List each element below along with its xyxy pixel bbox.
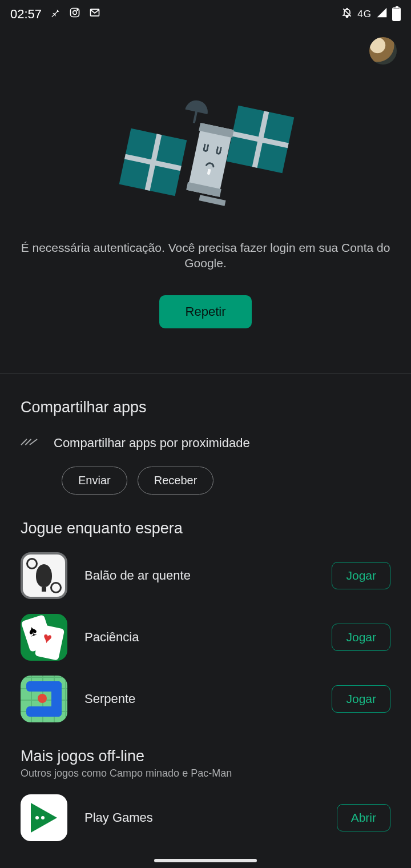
notifications-off-icon [341, 7, 353, 22]
share-apps-section: Compartilhar apps Compartilhar apps por … [0, 373, 411, 495]
play-button[interactable]: Jogar [332, 562, 390, 589]
app-name: Play Games [84, 810, 320, 825]
game-icon-balloon [21, 552, 67, 599]
game-item-solitaire[interactable]: Paciência Jogar [21, 614, 390, 661]
game-item-snake[interactable]: Serpente Jogar [21, 676, 390, 722]
play-while-wait-title: Jogue enquanto espera [21, 520, 390, 537]
status-bar: 02:57 4G [0, 0, 411, 29]
instagram-icon [69, 7, 80, 22]
app-icon-playgames [21, 794, 67, 841]
offline-games-subtitle: Outros jogos como Campo minado e Pac-Man [21, 767, 390, 779]
app-item-playgames[interactable]: Play Games Abrir [21, 794, 390, 841]
home-indicator[interactable] [154, 859, 257, 862]
send-button[interactable]: Enviar [62, 467, 127, 495]
nearby-share-icon [21, 436, 38, 450]
auth-error-block: É necessária autenticação. Você precisa … [0, 29, 411, 328]
open-button[interactable]: Abrir [337, 804, 390, 831]
game-icon-solitaire [21, 614, 67, 661]
play-button[interactable]: Jogar [332, 685, 390, 713]
svg-point-2 [77, 10, 78, 11]
game-name: Paciência [84, 630, 315, 645]
account-avatar[interactable] [369, 37, 397, 65]
battery-icon [392, 7, 401, 21]
svg-point-1 [73, 11, 77, 15]
share-apps-subtitle: Compartilhar apps por proximidade [54, 436, 250, 451]
signal-icon [376, 7, 388, 22]
game-name: Serpente [84, 692, 315, 706]
auth-error-message: É necessária autenticação. Você precisa … [0, 240, 411, 271]
game-name: Balão de ar quente [84, 568, 315, 583]
play-while-wait-section: Jogue enquanto espera Balão de ar quente… [0, 495, 411, 722]
game-item-balloon[interactable]: Balão de ar quente Jogar [21, 552, 390, 599]
pin-icon [50, 7, 61, 22]
satellite-illustration [120, 97, 291, 217]
share-apps-title: Compartilhar apps [21, 399, 390, 416]
network-label: 4G [357, 9, 372, 20]
offline-games-section: Mais jogos off-line Outros jogos como Ca… [0, 722, 411, 841]
gmail-icon [88, 7, 101, 22]
receive-button[interactable]: Receber [138, 467, 214, 495]
offline-games-title: Mais jogos off-line [21, 748, 390, 765]
play-button[interactable]: Jogar [332, 624, 390, 651]
status-time: 02:57 [10, 7, 42, 22]
retry-button[interactable]: Repetir [159, 295, 252, 328]
game-icon-snake [21, 676, 67, 722]
